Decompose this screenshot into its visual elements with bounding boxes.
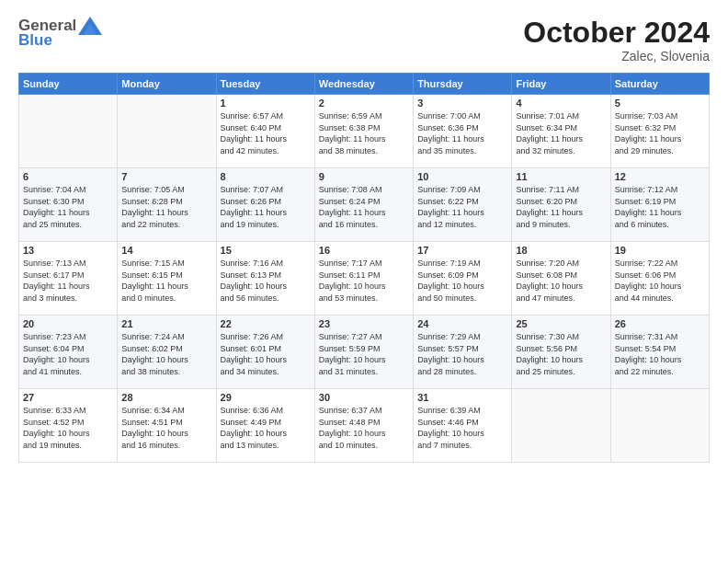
calendar-cell: 1Sunrise: 6:57 AM Sunset: 6:40 PM Daylig… xyxy=(216,95,314,168)
month-year: October 2024 xyxy=(523,17,710,49)
day-number: 4 xyxy=(516,98,606,109)
day-info: Sunrise: 7:31 AM Sunset: 5:54 PM Dayligh… xyxy=(615,331,705,377)
day-number: 31 xyxy=(417,392,507,403)
calendar-cell: 27Sunrise: 6:33 AM Sunset: 4:52 PM Dayli… xyxy=(19,389,118,463)
day-info: Sunrise: 7:05 AM Sunset: 6:28 PM Dayligh… xyxy=(121,184,211,230)
calendar-cell: 26Sunrise: 7:31 AM Sunset: 5:54 PM Dayli… xyxy=(610,316,709,389)
day-number: 30 xyxy=(319,392,409,403)
calendar-week-5: 27Sunrise: 6:33 AM Sunset: 4:52 PM Dayli… xyxy=(19,389,710,463)
day-number: 15 xyxy=(221,245,311,256)
day-info: Sunrise: 7:19 AM Sunset: 6:09 PM Dayligh… xyxy=(417,258,507,304)
calendar-cell xyxy=(610,389,709,463)
day-info: Sunrise: 7:04 AM Sunset: 6:30 PM Dayligh… xyxy=(23,184,113,230)
calendar-cell: 5Sunrise: 7:03 AM Sunset: 6:32 PM Daylig… xyxy=(610,95,709,168)
location: Zalec, Slovenia xyxy=(523,49,710,63)
day-number: 14 xyxy=(121,245,211,256)
calendar-cell: 10Sunrise: 7:09 AM Sunset: 6:22 PM Dayli… xyxy=(414,168,512,242)
day-info: Sunrise: 6:39 AM Sunset: 4:46 PM Dayligh… xyxy=(417,405,507,451)
day-info: Sunrise: 7:09 AM Sunset: 6:22 PM Dayligh… xyxy=(417,184,507,230)
header: General Blue October 2024 Zalec, Sloveni… xyxy=(18,17,710,63)
day-info: Sunrise: 7:22 AM Sunset: 6:06 PM Dayligh… xyxy=(615,258,705,304)
title-block: October 2024 Zalec, Slovenia xyxy=(523,17,710,63)
calendar-cell: 25Sunrise: 7:30 AM Sunset: 5:56 PM Dayli… xyxy=(512,316,610,389)
calendar-cell: 19Sunrise: 7:22 AM Sunset: 6:06 PM Dayli… xyxy=(610,242,709,316)
day-info: Sunrise: 7:11 AM Sunset: 6:20 PM Dayligh… xyxy=(516,184,606,230)
calendar-cell: 11Sunrise: 7:11 AM Sunset: 6:20 PM Dayli… xyxy=(512,168,610,242)
day-number: 3 xyxy=(417,98,507,109)
day-info: Sunrise: 6:36 AM Sunset: 4:49 PM Dayligh… xyxy=(221,405,311,451)
calendar-cell xyxy=(19,95,118,168)
calendar-cell: 22Sunrise: 7:26 AM Sunset: 6:01 PM Dayli… xyxy=(216,316,314,389)
calendar-week-3: 13Sunrise: 7:13 AM Sunset: 6:17 PM Dayli… xyxy=(19,242,710,316)
day-info: Sunrise: 7:29 AM Sunset: 5:57 PM Dayligh… xyxy=(417,331,507,377)
day-number: 19 xyxy=(615,245,705,256)
calendar-header-row: SundayMondayTuesdayWednesdayThursdayFrid… xyxy=(19,74,710,95)
day-header-friday: Friday xyxy=(512,74,610,95)
calendar-cell: 28Sunrise: 6:34 AM Sunset: 4:51 PM Dayli… xyxy=(118,389,216,463)
day-info: Sunrise: 7:00 AM Sunset: 6:36 PM Dayligh… xyxy=(417,110,507,156)
day-info: Sunrise: 6:37 AM Sunset: 4:48 PM Dayligh… xyxy=(319,405,409,451)
calendar-week-1: 1Sunrise: 6:57 AM Sunset: 6:40 PM Daylig… xyxy=(19,95,710,168)
day-number: 24 xyxy=(417,318,507,329)
day-number: 27 xyxy=(23,392,113,403)
day-info: Sunrise: 7:26 AM Sunset: 6:01 PM Dayligh… xyxy=(221,331,311,377)
day-number: 10 xyxy=(417,171,507,182)
calendar-cell: 12Sunrise: 7:12 AM Sunset: 6:19 PM Dayli… xyxy=(610,168,709,242)
day-number: 18 xyxy=(516,245,606,256)
day-info: Sunrise: 7:12 AM Sunset: 6:19 PM Dayligh… xyxy=(615,184,705,230)
day-number: 1 xyxy=(221,98,311,109)
calendar-cell: 2Sunrise: 6:59 AM Sunset: 6:38 PM Daylig… xyxy=(314,95,413,168)
calendar-cell xyxy=(512,389,610,463)
day-info: Sunrise: 7:24 AM Sunset: 6:02 PM Dayligh… xyxy=(121,331,211,377)
calendar-cell xyxy=(118,95,216,168)
day-header-monday: Monday xyxy=(118,74,216,95)
day-number: 22 xyxy=(221,318,311,329)
calendar-cell: 16Sunrise: 7:17 AM Sunset: 6:11 PM Dayli… xyxy=(314,242,413,316)
day-number: 25 xyxy=(516,318,606,329)
calendar-week-4: 20Sunrise: 7:23 AM Sunset: 6:04 PM Dayli… xyxy=(19,316,710,389)
calendar-cell: 31Sunrise: 6:39 AM Sunset: 4:46 PM Dayli… xyxy=(414,389,512,463)
calendar-cell: 3Sunrise: 7:00 AM Sunset: 6:36 PM Daylig… xyxy=(414,95,512,168)
logo-icon xyxy=(78,17,102,35)
calendar-cell: 24Sunrise: 7:29 AM Sunset: 5:57 PM Dayli… xyxy=(414,316,512,389)
day-number: 23 xyxy=(319,318,409,329)
calendar-cell: 9Sunrise: 7:08 AM Sunset: 6:24 PM Daylig… xyxy=(314,168,413,242)
day-info: Sunrise: 7:16 AM Sunset: 6:13 PM Dayligh… xyxy=(221,258,311,304)
calendar-cell: 13Sunrise: 7:13 AM Sunset: 6:17 PM Dayli… xyxy=(19,242,118,316)
day-number: 16 xyxy=(319,245,409,256)
day-info: Sunrise: 7:13 AM Sunset: 6:17 PM Dayligh… xyxy=(23,258,113,304)
day-header-thursday: Thursday xyxy=(414,74,512,95)
calendar-week-2: 6Sunrise: 7:04 AM Sunset: 6:30 PM Daylig… xyxy=(19,168,710,242)
day-number: 13 xyxy=(23,245,113,256)
logo-blue: Blue xyxy=(18,31,52,50)
calendar-cell: 7Sunrise: 7:05 AM Sunset: 6:28 PM Daylig… xyxy=(118,168,216,242)
day-number: 26 xyxy=(615,318,705,329)
day-info: Sunrise: 6:59 AM Sunset: 6:38 PM Dayligh… xyxy=(319,110,409,156)
day-number: 29 xyxy=(221,392,311,403)
calendar-cell: 29Sunrise: 6:36 AM Sunset: 4:49 PM Dayli… xyxy=(216,389,314,463)
day-header-wednesday: Wednesday xyxy=(314,74,413,95)
calendar-cell: 8Sunrise: 7:07 AM Sunset: 6:26 PM Daylig… xyxy=(216,168,314,242)
calendar-cell: 4Sunrise: 7:01 AM Sunset: 6:34 PM Daylig… xyxy=(512,95,610,168)
day-info: Sunrise: 6:33 AM Sunset: 4:52 PM Dayligh… xyxy=(23,405,113,451)
calendar-cell: 21Sunrise: 7:24 AM Sunset: 6:02 PM Dayli… xyxy=(118,316,216,389)
day-number: 28 xyxy=(121,392,211,403)
calendar-cell: 14Sunrise: 7:15 AM Sunset: 6:15 PM Dayli… xyxy=(118,242,216,316)
day-number: 20 xyxy=(23,318,113,329)
page: General Blue October 2024 Zalec, Sloveni… xyxy=(0,0,728,563)
day-number: 8 xyxy=(221,171,311,182)
day-info: Sunrise: 7:17 AM Sunset: 6:11 PM Dayligh… xyxy=(319,258,409,304)
day-info: Sunrise: 7:03 AM Sunset: 6:32 PM Dayligh… xyxy=(615,110,705,156)
day-number: 2 xyxy=(319,98,409,109)
calendar-cell: 15Sunrise: 7:16 AM Sunset: 6:13 PM Dayli… xyxy=(216,242,314,316)
logo: General Blue xyxy=(18,17,102,50)
day-info: Sunrise: 7:01 AM Sunset: 6:34 PM Dayligh… xyxy=(516,110,606,156)
day-number: 5 xyxy=(615,98,705,109)
day-info: Sunrise: 7:15 AM Sunset: 6:15 PM Dayligh… xyxy=(121,258,211,304)
day-info: Sunrise: 7:20 AM Sunset: 6:08 PM Dayligh… xyxy=(516,258,606,304)
calendar-cell: 23Sunrise: 7:27 AM Sunset: 5:59 PM Dayli… xyxy=(314,316,413,389)
day-number: 11 xyxy=(516,171,606,182)
calendar-cell: 17Sunrise: 7:19 AM Sunset: 6:09 PM Dayli… xyxy=(414,242,512,316)
day-header-tuesday: Tuesday xyxy=(216,74,314,95)
day-info: Sunrise: 6:34 AM Sunset: 4:51 PM Dayligh… xyxy=(121,405,211,451)
